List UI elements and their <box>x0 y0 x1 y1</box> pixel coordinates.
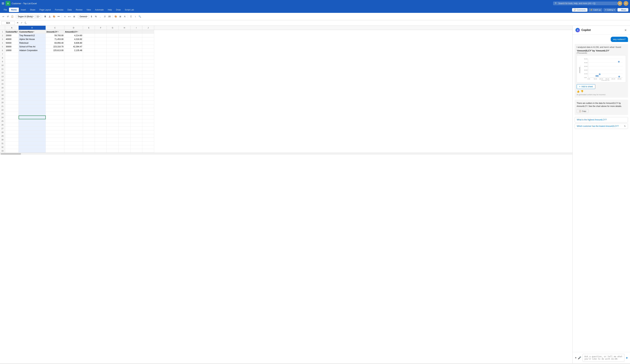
list-item[interactable] <box>130 108 142 112</box>
list-item[interactable] <box>130 67 142 71</box>
list-item[interactable] <box>142 145 154 149</box>
list-item[interactable]: 20000 <box>5 34 19 37</box>
list-item[interactable] <box>19 60 46 63</box>
list-item[interactable] <box>95 30 107 34</box>
list-item[interactable] <box>5 89 19 93</box>
list-item[interactable] <box>118 112 130 116</box>
list-item[interactable] <box>107 101 118 104</box>
list-item[interactable] <box>46 71 64 75</box>
list-item[interactable] <box>118 127 130 130</box>
thumbs-up-icon[interactable]: 👍 <box>577 90 580 93</box>
list-item[interactable] <box>95 52 107 56</box>
list-item[interactable] <box>83 41 95 45</box>
percent-button[interactable]: % <box>94 15 98 18</box>
list-item[interactable] <box>142 138 154 142</box>
list-item[interactable] <box>142 142 154 145</box>
list-item[interactable] <box>142 116 154 119</box>
list-item[interactable]: 42,394.47 <box>64 45 83 48</box>
list-item[interactable] <box>118 71 130 75</box>
list-item[interactable] <box>118 123 130 127</box>
list-item[interactable] <box>142 104 154 108</box>
list-item[interactable] <box>142 37 154 41</box>
list-item[interactable] <box>64 116 83 119</box>
col-header-f[interactable]: F <box>95 26 107 30</box>
list-item[interactable] <box>19 56 46 60</box>
suggestion-chip-1[interactable]: What is the highest AmountLCY? <box>574 117 628 123</box>
list-item[interactable] <box>64 71 83 75</box>
list-item[interactable] <box>46 89 64 93</box>
list-item[interactable] <box>130 138 142 142</box>
list-item[interactable] <box>107 82 118 86</box>
tab-file[interactable]: File <box>2 7 9 12</box>
comments-button[interactable]: 💬 Comments <box>572 8 588 12</box>
tab-view[interactable]: View <box>84 7 93 12</box>
list-item[interactable] <box>95 145 107 149</box>
list-item[interactable]: 225,613.00 <box>46 48 64 52</box>
list-item[interactable] <box>95 119 107 123</box>
list-item[interactable] <box>64 134 83 138</box>
list-item[interactable] <box>142 130 154 134</box>
list-item[interactable] <box>64 52 83 56</box>
list-item[interactable]: Alpine Ski House <box>19 37 46 41</box>
share-button[interactable]: ↑ Share <box>618 8 628 11</box>
copilot-input-field[interactable]: Ask a question, or tell me what you’d li… <box>582 354 624 362</box>
list-item[interactable]: 223,316.70 <box>46 45 64 48</box>
list-item[interactable] <box>130 101 142 104</box>
list-item[interactable] <box>83 101 95 104</box>
list-item[interactable] <box>130 127 142 130</box>
font-color-button[interactable]: A <box>48 15 52 18</box>
list-item[interactable] <box>95 142 107 145</box>
list-item[interactable] <box>19 130 46 134</box>
list-item[interactable] <box>130 82 142 86</box>
list-item[interactable] <box>83 112 95 116</box>
list-item[interactable] <box>142 67 154 71</box>
font-size-dropdown[interactable]: 11 ▾ <box>36 15 41 18</box>
tab-data[interactable]: Data <box>66 7 74 12</box>
list-item[interactable] <box>118 130 130 134</box>
list-item[interactable] <box>64 101 83 104</box>
list-item[interactable] <box>107 34 118 37</box>
list-item[interactable] <box>83 93 95 97</box>
list-item[interactable] <box>107 127 118 130</box>
list-item[interactable] <box>46 123 64 127</box>
list-item[interactable] <box>83 86 95 89</box>
tab-draw[interactable]: Draw <box>114 7 123 12</box>
list-item[interactable] <box>64 104 83 108</box>
list-item[interactable]: AmountLCY▾ <box>46 30 64 34</box>
list-item[interactable] <box>130 134 142 138</box>
list-item[interactable] <box>142 123 154 127</box>
list-item[interactable] <box>64 75 83 78</box>
list-item[interactable] <box>107 93 118 97</box>
list-item[interactable] <box>95 86 107 89</box>
list-item[interactable] <box>19 67 46 71</box>
list-item[interactable] <box>118 60 130 63</box>
list-item[interactable] <box>5 97 19 101</box>
avatar[interactable]: A <box>624 1 628 6</box>
list-item[interactable]: Trey Research12 <box>19 34 46 37</box>
list-item[interactable] <box>46 82 64 86</box>
list-item[interactable] <box>19 127 46 130</box>
list-item[interactable] <box>46 86 64 89</box>
list-item[interactable] <box>142 60 154 63</box>
editing-button[interactable]: ✏ Editing ▾ <box>604 8 616 12</box>
list-item[interactable] <box>130 93 142 97</box>
col-header-d[interactable]: D <box>64 26 83 30</box>
list-item[interactable] <box>142 127 154 130</box>
list-item[interactable] <box>107 48 118 52</box>
list-item[interactable] <box>64 60 83 63</box>
list-item[interactable] <box>130 123 142 127</box>
list-item[interactable] <box>118 149 130 153</box>
list-item[interactable] <box>83 48 95 52</box>
list-item[interactable] <box>83 134 95 138</box>
list-item[interactable] <box>142 93 154 97</box>
undo-button[interactable]: ↩ <box>1 15 6 18</box>
formula-input[interactable] <box>28 21 629 25</box>
list-item[interactable] <box>130 130 142 134</box>
scroll-thumb[interactable] <box>1 153 21 155</box>
col-header-h[interactable]: H <box>118 26 130 30</box>
list-item[interactable]: 4,214.60 <box>64 34 83 37</box>
list-item[interactable] <box>118 97 130 101</box>
list-item[interactable] <box>142 41 154 45</box>
list-item[interactable] <box>5 116 19 119</box>
list-item[interactable]: Relecloud <box>19 41 46 45</box>
